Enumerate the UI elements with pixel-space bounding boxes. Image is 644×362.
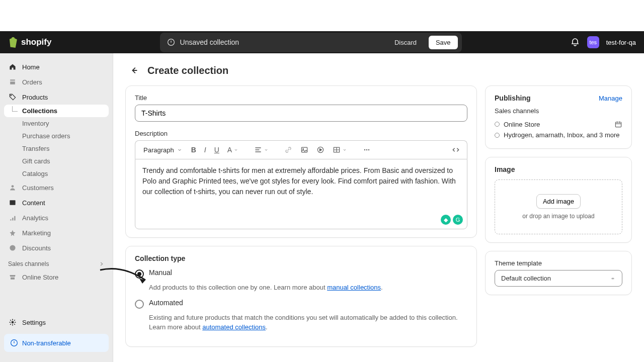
manual-collections-link[interactable]: manual collections [327, 284, 381, 291]
svg-point-1 [11, 95, 12, 96]
dots-icon [363, 146, 371, 154]
sidebar-item-orders[interactable]: Orders [0, 74, 113, 89]
shopify-logo[interactable]: shopify [8, 37, 51, 48]
sidebar-item-gift-cards[interactable]: Gift cards [0, 155, 113, 167]
sidebar-item-products[interactable]: Products [0, 89, 113, 105]
description-editor[interactable]: Trendy and comfortable t-shirts for men … [135, 159, 467, 229]
info-icon [10, 339, 18, 347]
grammarly-upgrade-icon[interactable]: ◆ [441, 215, 451, 225]
discounts-icon [8, 243, 17, 252]
svg-rect-3 [10, 200, 15, 205]
collection-type-card: Collection type Manual Add products to t… [125, 246, 477, 347]
sidebar-item-home[interactable]: Home [0, 59, 113, 74]
username: test-for-qa [606, 39, 636, 46]
chevron-down-icon [177, 147, 182, 152]
rte-color-button[interactable]: A [224, 144, 241, 156]
add-image-button[interactable]: Add image [536, 194, 581, 209]
chevron-right-icon [99, 261, 105, 267]
arrow-left-icon [130, 66, 139, 75]
rte-code-button[interactable] [449, 144, 463, 156]
rte-italic-button[interactable]: I [201, 144, 209, 156]
store-icon [8, 273, 17, 282]
svg-point-13 [368, 149, 369, 150]
rte-bold-button[interactable]: B [188, 144, 199, 156]
rte-paragraph-select[interactable]: Paragraph [139, 144, 186, 156]
code-icon [452, 146, 460, 154]
products-icon [8, 93, 17, 102]
sidebar-item-settings[interactable]: Settings [0, 315, 113, 330]
info-icon [167, 38, 175, 46]
select-chevron-icon [610, 276, 616, 282]
manual-description: Add products to this collection one by o… [149, 283, 467, 293]
sidebar-item-inventory[interactable]: Inventory [0, 117, 113, 130]
theme-select[interactable]: Default collection [495, 270, 622, 287]
theme-card: Theme template Default collection [485, 251, 632, 295]
rte-table-button[interactable] [330, 144, 350, 156]
sidebar-item-online-store[interactable]: Online Store [0, 269, 113, 285]
title-input[interactable] [135, 105, 467, 122]
title-description-card: Title Description Paragraph B I U [125, 85, 477, 238]
sidebar-item-purchase-orders[interactable]: Purchase orders [0, 130, 113, 142]
bell-icon[interactable] [570, 37, 580, 47]
channel-online-store: Online Store [495, 119, 622, 130]
gear-icon [8, 318, 17, 327]
non-transferable-badge: Non-transferable [4, 334, 109, 352]
channel-status-dot [495, 122, 500, 127]
chevron-down-icon [343, 148, 347, 152]
discard-button[interactable]: Discard [388, 36, 423, 49]
align-icon [254, 146, 262, 154]
page-title: Create collection [147, 65, 228, 76]
marketing-icon [8, 228, 17, 237]
automated-description: Existing and future products that match … [149, 313, 467, 332]
save-bar: Unsaved collection Discard Save [160, 33, 462, 52]
sidebar-item-catalogs[interactable]: Catalogs [0, 167, 113, 180]
brand-name: shopify [21, 37, 51, 47]
svg-point-5 [12, 321, 14, 324]
customers-icon [8, 183, 17, 192]
svg-rect-14 [615, 122, 621, 127]
image-icon [300, 146, 308, 154]
sidebar-item-collections[interactable]: Collections [4, 105, 109, 117]
channel-status-dot [495, 133, 500, 138]
sidebar-item-customers[interactable]: Customers [0, 180, 113, 195]
rte-underline-button[interactable]: U [211, 144, 222, 156]
content-icon [8, 198, 17, 207]
back-button[interactable] [127, 63, 141, 77]
grammarly-icon[interactable]: G [453, 215, 463, 225]
svg-point-4 [10, 245, 15, 250]
radio-manual[interactable] [135, 269, 144, 279]
sidebar-item-analytics[interactable]: Analytics [0, 210, 113, 225]
manage-link[interactable]: Manage [599, 95, 622, 102]
channel-more: Hydrogen, amarnath, Inbox, and 3 more [495, 130, 622, 140]
sidebar-item-transfers[interactable]: Transfers [0, 142, 113, 155]
avatar[interactable]: tes [587, 36, 599, 48]
video-icon [316, 146, 325, 154]
collection-type-title: Collection type [135, 254, 467, 262]
rte-toolbar: Paragraph B I U A [135, 140, 467, 159]
radio-automated[interactable] [135, 300, 144, 309]
sidebar-item-marketing[interactable]: Marketing [0, 225, 113, 240]
rte-video-button[interactable] [313, 144, 328, 156]
rte-link-button[interactable] [281, 144, 295, 156]
svg-rect-7 [302, 147, 307, 152]
svg-point-11 [364, 149, 365, 150]
sales-channels-header[interactable]: Sales channels [0, 255, 113, 269]
sales-channels-label: Sales channels [495, 107, 622, 115]
save-button[interactable]: Save [429, 36, 458, 49]
image-dropzone[interactable]: Add image or drop an image to upload [495, 179, 622, 234]
svg-point-2 [12, 185, 14, 188]
radio-automated-label: Automated [149, 299, 183, 307]
title-label: Title [135, 94, 467, 102]
rte-more-button[interactable] [360, 144, 374, 156]
calendar-icon[interactable] [614, 120, 622, 128]
publishing-title: Publishing [495, 94, 531, 102]
rte-image-button[interactable] [297, 144, 311, 156]
image-title: Image [495, 165, 622, 173]
sidebar-item-discounts[interactable]: Discounts [0, 240, 113, 255]
sidebar-item-content[interactable]: Content [0, 195, 113, 210]
rte-align-button[interactable] [251, 144, 271, 156]
chevron-down-icon [264, 148, 268, 152]
svg-point-8 [303, 149, 304, 150]
description-label: Description [135, 130, 467, 137]
automated-collections-link[interactable]: automated collections [202, 323, 266, 331]
